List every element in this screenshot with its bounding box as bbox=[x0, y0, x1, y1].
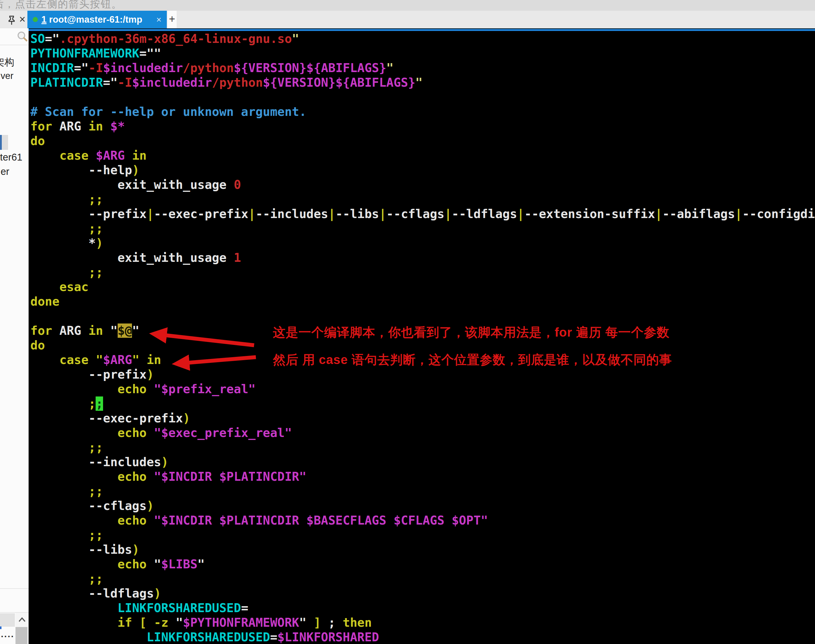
code-segment bbox=[321, 615, 328, 630]
code-segment: ARG bbox=[60, 119, 89, 133]
code-segment: for bbox=[31, 324, 60, 338]
code-segment: --prefix bbox=[89, 367, 147, 382]
code-segment: " bbox=[386, 61, 394, 75]
code-segment: ;; bbox=[31, 572, 103, 586]
search-highlight: $@ bbox=[118, 324, 132, 338]
code-segment: [ bbox=[139, 615, 154, 630]
code-segment: " bbox=[198, 557, 205, 571]
code-segment: ) bbox=[132, 163, 139, 177]
tab-bar: × 1 root@master-61:/tmp × + bbox=[0, 11, 815, 28]
sidebar-item-label[interactable]: ver bbox=[1, 71, 14, 81]
code-segment bbox=[306, 615, 314, 630]
code-segment: ) bbox=[183, 411, 190, 425]
code-segment: | bbox=[248, 207, 256, 221]
code-line: ;; bbox=[31, 484, 815, 498]
code-line: SO=".cpython-36m-x86_64-linux-gnu.so" bbox=[31, 32, 815, 46]
code-line: INCDIR="-I$includedir/python${VERSION}${… bbox=[31, 61, 815, 75]
background-window-hint-bar: 后，点击左侧的箭头按钮。 bbox=[0, 0, 815, 11]
code-segment: PLATINCDIR bbox=[31, 75, 103, 90]
code-line bbox=[31, 309, 815, 324]
code-line: if [ -z "$PYTHONFRAMEWORK" ] ; then bbox=[31, 615, 815, 630]
sidebar-item-label[interactable]: 架构 bbox=[0, 56, 14, 69]
sidebar-item-label[interactable]: er bbox=[1, 166, 9, 177]
code-segment: = bbox=[74, 61, 81, 75]
sidebar-divider bbox=[0, 588, 29, 589]
code-segment bbox=[31, 148, 60, 163]
code-segment: ) bbox=[96, 236, 103, 250]
code-segment: case " bbox=[31, 353, 103, 367]
annotation-text-2: 然后 用 case 语句去判断，这个位置参数，到底是谁，以及做不同的事 bbox=[273, 351, 672, 368]
code-segment: ;; bbox=[31, 528, 103, 542]
code-segment: --libs bbox=[31, 543, 132, 557]
code-segment: --extension-suffix bbox=[524, 207, 655, 221]
code-line: --help) bbox=[31, 163, 815, 178]
code-segment: echo bbox=[118, 426, 154, 440]
chevron-up-icon[interactable] bbox=[17, 615, 27, 625]
code-line: esac bbox=[31, 280, 815, 294]
search-icon[interactable] bbox=[17, 31, 28, 42]
scrollbar-thumb[interactable] bbox=[15, 627, 28, 644]
sidebar-truncated-text: .... bbox=[1, 629, 14, 639]
sidebar-scrollbar[interactable] bbox=[15, 613, 29, 644]
new-tab-button[interactable]: + bbox=[167, 11, 177, 28]
sidebar-item-label[interactable]: ter61 bbox=[0, 152, 22, 163]
code-segment bbox=[31, 397, 89, 411]
code-segment bbox=[31, 382, 118, 396]
code-line: PYTHONFRAMEWORK="" bbox=[31, 46, 815, 61]
sidebar-divider bbox=[0, 45, 29, 45]
tab-close-icon[interactable]: × bbox=[152, 15, 161, 24]
code-segment: ;; bbox=[31, 192, 103, 206]
code-segment: ] bbox=[314, 615, 321, 630]
code-segment: $ARG bbox=[96, 148, 125, 163]
code-segment: /python bbox=[183, 61, 234, 75]
code-segment: exit_with_usage bbox=[31, 178, 234, 192]
code-line: echo "$exec_prefix_real" bbox=[31, 426, 815, 440]
code-segment: --cflags bbox=[31, 498, 147, 513]
code-line: LINKFORSHAREDUSED=$LINKFORSHARED bbox=[31, 630, 815, 644]
code-segment: | bbox=[379, 207, 386, 221]
tab-terminal-session[interactable]: 1 root@master-61:/tmp × bbox=[28, 11, 167, 28]
code-segment bbox=[31, 426, 118, 440]
code-line: ;; bbox=[31, 221, 815, 236]
code-segment bbox=[31, 469, 118, 484]
code-segment: INCDIR bbox=[31, 61, 74, 75]
code-segment: # Scan for --help or unknown argument. bbox=[31, 104, 306, 119]
code-segment: --prefix bbox=[89, 207, 147, 221]
code-segment: = bbox=[139, 46, 147, 60]
code-segment: echo bbox=[118, 557, 154, 571]
terminal-top-border bbox=[29, 28, 815, 31]
code-line: for ARG in $* bbox=[31, 119, 815, 134]
code-line: --prefix) bbox=[31, 367, 815, 382]
code-line: LINKFORSHAREDUSED= bbox=[31, 601, 815, 615]
code-segment: " bbox=[81, 61, 89, 75]
close-panel-icon[interactable]: × bbox=[17, 12, 28, 27]
code-segment: SO bbox=[31, 32, 45, 46]
code-segment: = bbox=[103, 75, 110, 90]
code-segment: if bbox=[118, 615, 139, 630]
code-segment: $PYTHONFRAMEWORK bbox=[183, 615, 299, 630]
code-segment: " bbox=[110, 324, 117, 338]
code-segment: | bbox=[517, 207, 524, 221]
vim-cursor: ; bbox=[96, 397, 103, 411]
code-segment: done bbox=[31, 294, 60, 308]
code-segment: "" bbox=[147, 46, 161, 60]
code-segment: ARG bbox=[60, 324, 89, 338]
code-segment: "$INCDIR $PLATINCDIR" bbox=[154, 469, 306, 484]
code-segment bbox=[31, 557, 118, 571]
code-segment: PYTHONFRAMEWORK bbox=[31, 46, 139, 60]
code-segment: exit_with_usage bbox=[31, 250, 234, 265]
code-line: PLATINCDIR="-I$includedir/python${VERSIO… bbox=[31, 75, 815, 90]
sidebar-item-icon[interactable] bbox=[0, 135, 8, 150]
code-segment: ) bbox=[132, 543, 139, 557]
code-segment: "$prefix_real" bbox=[154, 382, 256, 396]
code-segment: ) bbox=[147, 498, 154, 513]
code-segment: ;; bbox=[31, 265, 103, 279]
code-line: echo "$LIBS" bbox=[31, 557, 815, 572]
code-segment: do bbox=[31, 134, 45, 148]
code-segment: ; bbox=[328, 615, 335, 630]
pin-icon[interactable] bbox=[7, 15, 16, 26]
code-segment: | bbox=[655, 207, 662, 221]
code-segment: --includes bbox=[256, 207, 328, 221]
code-segment: LINKFORSHAREDUSED bbox=[118, 601, 241, 615]
code-segment: ) bbox=[154, 586, 161, 601]
